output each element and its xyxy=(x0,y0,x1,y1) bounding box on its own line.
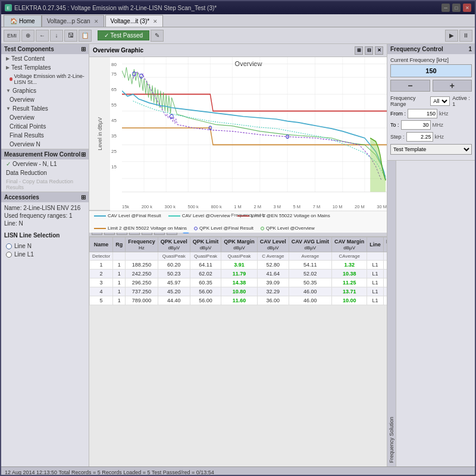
freq-control-expand[interactable]: 1 xyxy=(468,46,472,52)
freq-from-input[interactable] xyxy=(408,109,437,118)
sidebar-overview-graphics[interactable]: Overview xyxy=(1,95,89,104)
minimize-button[interactable]: ─ xyxy=(441,4,450,12)
row5-num: 5 xyxy=(90,296,113,305)
col-frequency: FrequencyHz xyxy=(126,237,158,252)
row2-freq: 242.250 xyxy=(126,270,158,278)
check-icon: ✓ xyxy=(6,161,11,167)
toolbar-btn-3[interactable]: ↓ xyxy=(50,30,63,42)
sidebar-result-tables[interactable]: ▼ Result Tables xyxy=(1,104,89,113)
right-sidebar: Frequency Control 1 Current Frequency [k… xyxy=(387,44,475,466)
freq-step-input[interactable] xyxy=(406,132,433,142)
sidebar-overview-nl1[interactable]: ✓ Overview - N, L1 xyxy=(1,159,89,168)
title-bar: E ELEKTRA 0.27.345 : Voltage Emission wi… xyxy=(1,1,475,14)
table-row: 3 1 296.250 45.97 60.35 14.38 39.09 50.3… xyxy=(90,278,387,287)
legend-qpk-final: QPK Level @Final Result xyxy=(194,226,253,231)
sidebar-overview-n[interactable]: Overview N xyxy=(1,140,89,149)
radio-line-l1-label: Line L1 xyxy=(14,251,34,258)
result-tables-label: Result Tables xyxy=(12,105,48,112)
accessories-label: Accessories xyxy=(4,194,39,201)
tab-test-close[interactable]: ✕ xyxy=(153,18,158,24)
freq-plus-btn[interactable]: + xyxy=(433,80,472,92)
chart-icon-2[interactable]: ⊟ xyxy=(365,46,373,55)
row4-line: L1 xyxy=(367,287,384,296)
accessories-icon: ⊞ xyxy=(81,194,86,201)
freq-pm-buttons: − + xyxy=(390,80,472,92)
row4-qpk-margin: 10.80 xyxy=(221,287,258,296)
window-title: ELEKTRA 0.27.345 : Voltage Emission with… xyxy=(14,5,217,11)
toolbar-btn-2[interactable]: ← xyxy=(36,30,49,42)
sidebar-voltage-emission[interactable]: Voltage Emission with 2-Line-LISN St... xyxy=(1,72,89,86)
row5-qpk-level: 44.40 xyxy=(158,296,190,305)
row2-cav-margin: 10.38 xyxy=(332,270,367,278)
sidebar-critical-points[interactable]: Critical Points xyxy=(1,122,89,131)
tab-scan-close[interactable]: ✕ xyxy=(94,18,99,24)
row2-line: L1 xyxy=(367,270,384,278)
tab-voltage-scan[interactable]: Voltage...p Scan ✕ xyxy=(42,15,104,27)
sidebar-graphics[interactable]: ▼ Graphics xyxy=(1,86,89,95)
radio-group: Line N Line L1 xyxy=(1,240,89,262)
results-table[interactable]: Name Rg FrequencyHz QPK LeveldBµV QPK Li… xyxy=(89,237,387,466)
close-button[interactable]: ✕ xyxy=(463,4,471,12)
sidebar-final-results[interactable]: Final Results xyxy=(1,131,89,140)
row4-qpk-limit: 56.00 xyxy=(190,287,221,296)
row1-rg: 1 xyxy=(113,261,126,270)
accessories-content: Name: 2-Line-LISN ENV 216 Used frequency… xyxy=(1,202,89,230)
row1-line: L1 xyxy=(367,261,384,270)
row2-qpk-level: 50.23 xyxy=(158,270,190,278)
radio-line-n[interactable]: Line N xyxy=(6,243,84,249)
sidebar-data-reduction[interactable]: Data Reduction xyxy=(1,168,89,177)
table-row: 2 1 242.250 50.23 62.02 11.79 41.64 52.0… xyxy=(90,270,387,278)
y-65: 65 xyxy=(111,87,117,92)
sidebar-test-content[interactable]: ▶ Test Content xyxy=(1,54,89,63)
row4-qpk-level: 45.20 xyxy=(158,287,190,296)
line-info: Line: N xyxy=(4,220,86,227)
radio-circle-n xyxy=(6,243,12,249)
test-components-header[interactable]: Test Components ⊞ xyxy=(1,44,89,54)
toolbar-btn-4[interactable]: 🖫 xyxy=(64,30,77,42)
row5-freq: 789.000 xyxy=(126,296,158,305)
test-content-label: Test Content xyxy=(11,55,45,62)
sidebar-overview-table[interactable]: Overview xyxy=(1,113,89,122)
measurement-flow-header[interactable]: Measurement Flow Control ⊞ xyxy=(1,149,89,159)
tab-voltage-test[interactable]: Voltage...it (3)* ✕ xyxy=(105,15,164,27)
freq-range-select[interactable]: All xyxy=(430,96,450,106)
row2-qpk-limit: 62.02 xyxy=(190,270,221,278)
maximize-button[interactable]: □ xyxy=(452,4,461,12)
data-reduction-label: Data Reduction xyxy=(6,170,47,176)
row1-freq: 188.250 xyxy=(126,261,158,270)
tab-bar: 🏠 Home Voltage...p Scan ✕ Voltage...it (… xyxy=(1,14,475,27)
chart-body: Level in dBµV Overview 80 75 65 55 45 35… xyxy=(89,57,387,211)
freq-to-input[interactable] xyxy=(401,120,431,130)
row5-qpk-limit: 56.00 xyxy=(190,296,221,305)
col-qpk-level: QPK LeveldBµV xyxy=(158,237,190,252)
chart-icon-1[interactable]: ⊞ xyxy=(355,46,363,55)
chart-icon-3[interactable]: ✕ xyxy=(375,46,383,55)
freq-solution-tab[interactable]: Frequency Solution xyxy=(387,161,396,466)
row3-qpk-limit: 60.35 xyxy=(190,278,221,287)
y-80: 80 xyxy=(111,62,117,67)
current-freq-label: Current Frequency [kHz] xyxy=(390,57,472,63)
freq-template-select[interactable]: Test Template xyxy=(390,144,472,155)
freq-step-label: Step : xyxy=(390,134,405,140)
tab-home[interactable]: 🏠 Home xyxy=(4,15,42,27)
toolbar-btn-1[interactable]: ⊕ xyxy=(21,30,35,42)
current-freq-input[interactable] xyxy=(390,64,472,77)
nav-btn-2[interactable]: ⏸ xyxy=(459,30,472,42)
radio-line-l1[interactable]: Line L1 xyxy=(6,251,84,258)
sidebar-test-templates[interactable]: ▶ Test Templates xyxy=(1,63,89,72)
y-axis-container: Level in dBµV xyxy=(89,57,110,211)
freq-minus-btn[interactable]: − xyxy=(390,80,430,92)
chart-svg xyxy=(122,57,387,199)
accessories-header[interactable]: Accessories ⊞ xyxy=(1,192,89,202)
legend-cav-final-label: CAV Level @Final Result xyxy=(108,213,161,218)
x-axis-label: Frequency in Hz xyxy=(231,212,265,218)
edit-button[interactable]: ✎ xyxy=(151,30,164,42)
toolbar-btn-5[interactable]: 📋 xyxy=(79,30,92,42)
radio-line-n-label: Line N xyxy=(14,243,32,249)
test-passed-badge: ✓ Test Passed xyxy=(98,30,149,40)
freq-from-row: From : kHz xyxy=(390,109,472,118)
freq-to-unit: MHz xyxy=(433,122,444,128)
arrow-icon: ▶ xyxy=(6,56,10,61)
col-cav-margin: CAV MargindBµV xyxy=(332,237,367,252)
nav-btn-1[interactable]: ▶ xyxy=(445,30,458,42)
